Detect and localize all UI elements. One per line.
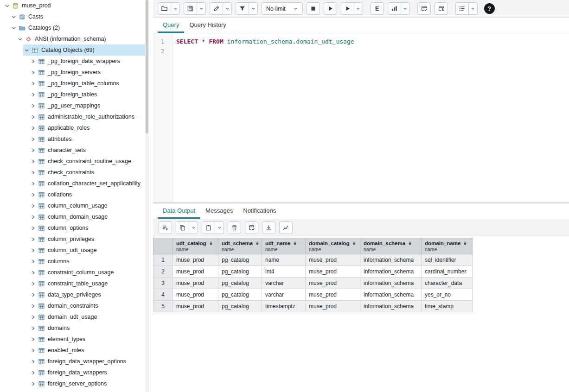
tree-item-ansi-information-schema[interactable]: ANSI (information_schema) <box>17 33 145 44</box>
sql-editor[interactable]: 12 SELECT * FROM information_schema.doma… <box>153 33 569 202</box>
data-cell[interactable]: int4 <box>262 266 306 278</box>
data-cell[interactable]: muse_prod <box>173 254 218 266</box>
chevron-down-icon[interactable] <box>10 14 17 20</box>
tree-item-pg-foreign-tables[interactable]: _pg_foreign_tables <box>30 89 145 100</box>
explain-analyze-dropdown-button[interactable] <box>401 2 410 15</box>
filter-button[interactable] <box>236 2 249 15</box>
tree-item-foreign-servers[interactable]: foreign_servers <box>30 389 145 392</box>
help-button[interactable]: ? <box>484 3 495 14</box>
save-file-dropdown-button[interactable] <box>197 2 206 15</box>
column-header-domain-name[interactable]: domain_namename <box>422 238 473 254</box>
tree-item-column-privileges[interactable]: column_privileges <box>30 234 145 245</box>
tree-item-domain-constraints[interactable]: domain_constraints <box>30 300 145 311</box>
row-number-cell[interactable]: 4 <box>153 289 173 301</box>
tree-item-check-constraint-routine-usage[interactable]: check_constraint_routine_usage <box>30 156 145 167</box>
tree-item-collations[interactable]: collations <box>30 189 145 200</box>
data-cell[interactable]: name <box>262 254 306 266</box>
data-cell[interactable]: information_schema <box>360 301 422 312</box>
chevron-right-icon[interactable] <box>30 281 37 287</box>
chevron-down-icon[interactable] <box>10 25 17 31</box>
chevron-right-icon[interactable] <box>30 236 37 242</box>
open-file-button[interactable] <box>158 2 171 15</box>
delete-row-button[interactable] <box>228 221 241 234</box>
macros-button[interactable] <box>455 2 469 15</box>
tree-item-collation-character-set-applicability[interactable]: collation_character_set_applicability <box>30 178 145 189</box>
data-cell[interactable]: muse_prod <box>173 278 218 289</box>
tree-item-element-types[interactable]: element_types <box>30 334 145 345</box>
column-header-domain-catalog[interactable]: domain_catalogname <box>306 238 360 254</box>
explain-analyze-button[interactable] <box>388 2 401 15</box>
chevron-right-icon[interactable] <box>30 314 37 320</box>
data-cell[interactable]: muse_prod <box>306 278 360 289</box>
data-cell[interactable]: pg_catalog <box>218 278 262 289</box>
tree-scrollbar[interactable] <box>145 0 149 392</box>
save-results-to-file-button[interactable] <box>262 221 275 234</box>
copy-button[interactable] <box>176 221 189 234</box>
data-cell[interactable]: cardinal_number <box>422 266 473 278</box>
tree-item-catalog-objects-69[interactable]: Catalog Objects (69) <box>23 44 145 56</box>
chevron-right-icon[interactable] <box>30 70 37 76</box>
chevron-right-icon[interactable] <box>30 125 37 131</box>
data-cell[interactable]: yes_or_no <box>422 289 473 301</box>
data-cell[interactable]: varchar <box>262 289 306 301</box>
chevron-right-icon[interactable] <box>30 81 37 87</box>
data-cell[interactable]: muse_prod <box>306 289 360 301</box>
chevron-right-icon[interactable] <box>30 325 37 331</box>
tab-data-output[interactable]: Data Output <box>158 203 200 219</box>
row-number-cell[interactable]: 5 <box>153 301 173 312</box>
chevron-right-icon[interactable] <box>30 170 37 176</box>
data-cell[interactable]: muse_prod <box>306 266 360 278</box>
data-cell[interactable]: varchar <box>262 278 306 289</box>
tree-item-catalogs-2[interactable]: Catalogs (2) <box>10 22 145 33</box>
tree-scrollbar-thumb[interactable] <box>146 0 148 133</box>
chevron-right-icon[interactable] <box>30 259 37 265</box>
tree-item-muse-prod[interactable]: muse_prod <box>4 0 145 11</box>
chevron-right-icon[interactable] <box>30 336 37 342</box>
chevron-right-icon[interactable] <box>30 181 37 187</box>
tree-item-pg-foreign-table-columns[interactable]: _pg_foreign_table_columns <box>30 78 145 89</box>
tree-item-administrable-role-authorizations[interactable]: administrable_role_authorizations <box>30 111 145 122</box>
tree-item-character-sets[interactable]: character_sets <box>30 145 145 156</box>
tree-item-pg-foreign-data-wrappers[interactable]: _pg_foreign_data_wrappers <box>30 56 145 67</box>
tree-item-foreign-server-options[interactable]: foreign_server_options <box>30 378 145 389</box>
row-limit-select[interactable]: No limit <box>262 2 303 15</box>
tab-query[interactable]: Query <box>158 18 184 33</box>
tree-item-constraint-table-usage[interactable]: constraint_table_usage <box>30 278 145 289</box>
macros-dropdown-button[interactable] <box>468 2 478 15</box>
data-cell[interactable]: pg_catalog <box>218 254 262 266</box>
tree-item-column-options[interactable]: column_options <box>30 222 145 234</box>
chevron-right-icon[interactable] <box>30 103 37 109</box>
tree-item-foreign-data-wrapper-options[interactable]: foreign_data_wrapper_options <box>30 356 145 367</box>
tree-item-data-type-privileges[interactable]: data_type_privileges <box>30 289 145 300</box>
panel-splitter[interactable] <box>149 0 153 392</box>
filter-dropdown-button[interactable] <box>249 2 258 15</box>
tab-messages[interactable]: Messages <box>200 203 238 219</box>
data-cell[interactable]: character_data <box>422 278 473 289</box>
data-cell[interactable]: information_schema <box>360 266 422 278</box>
tab-notifications[interactable]: Notifications <box>238 203 281 219</box>
data-cell[interactable]: pg_catalog <box>218 266 262 278</box>
row-number-cell[interactable]: 3 <box>153 278 173 289</box>
data-cell[interactable]: muse_prod <box>173 289 218 301</box>
data-cell[interactable]: timestamptz <box>262 301 306 312</box>
column-header-udt-schema[interactable]: udt_schemaname <box>218 238 262 254</box>
chevron-right-icon[interactable] <box>30 58 37 64</box>
execute-options-dropdown-button[interactable] <box>354 2 363 15</box>
tree-item-columns[interactable]: columns <box>30 256 145 267</box>
chevron-right-icon[interactable] <box>30 359 37 365</box>
data-cell[interactable]: sql_identifier <box>422 254 473 266</box>
paste-button[interactable] <box>202 221 215 234</box>
chevron-right-icon[interactable] <box>30 348 37 354</box>
tree-item-check-constraints[interactable]: check_constraints <box>30 167 145 178</box>
data-cell[interactable]: pg_catalog <box>218 301 262 312</box>
select-all-corner[interactable] <box>153 238 173 254</box>
sql-statement[interactable]: SELECT * FROM information_schema.domain_… <box>176 37 565 46</box>
chevron-down-icon[interactable] <box>4 3 11 9</box>
tree-item-column-udt-usage[interactable]: column_udt_usage <box>30 245 145 256</box>
tree-item-casts[interactable]: Casts <box>10 11 145 22</box>
tree-item-attributes[interactable]: attributes <box>30 133 145 145</box>
column-header-udt-catalog[interactable]: udt_catalogname <box>173 238 218 254</box>
chevron-right-icon[interactable] <box>30 136 37 142</box>
tree-item-constraint-column-usage[interactable]: constraint_column_usage <box>30 267 145 278</box>
chevron-right-icon[interactable] <box>30 114 37 120</box>
